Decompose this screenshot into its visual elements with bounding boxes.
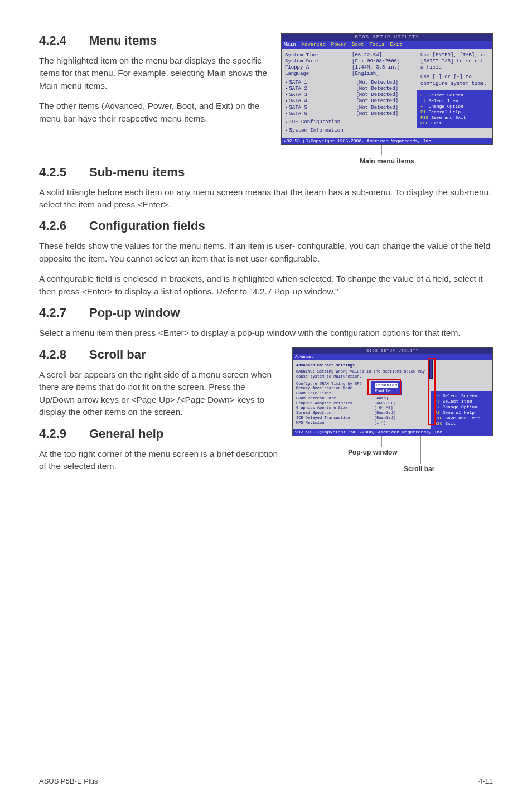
bios-status: v02.58 (C)Copyright 1985-2006, American …: [282, 138, 492, 144]
popup-option[interactable]: Disabled: [375, 383, 398, 388]
list-item[interactable]: DRAM Idle Timer[Auto]: [296, 391, 427, 396]
bios2-left-pane: Advanced Chipset settings WARNING: Setti…: [293, 360, 431, 429]
list-item[interactable]: Graphic Adapter Priority[AGP/PCI]: [296, 401, 427, 406]
menubar-item-exit[interactable]: Exit: [390, 42, 402, 48]
bios-popup-window: BIOS SETUP UTILITY Advanced Advanced Chi…: [292, 347, 493, 437]
p-424-1: The highlighted item on the menu bar dis…: [39, 55, 271, 92]
sec-num: 4.2.4: [39, 33, 89, 48]
caption-popup: Pop-up window: [348, 448, 398, 456]
nav-help: ←→ Select Screen ↑↓ Select Item +- Chang…: [431, 391, 492, 429]
help-text-1: Use [ENTER], [TAB], or [SHIFT-TAB] to se…: [420, 52, 489, 71]
bios-warning: WARNING: Setting wrong values in the sec…: [296, 369, 427, 379]
footer-right: 4-11: [478, 777, 493, 785]
bios-left-pane: System Time[06:22:54] System Date[Fri 09…: [282, 49, 417, 138]
heading-424: 4.2.4Menu items: [39, 33, 271, 48]
p-429-1: At the top right corner of the menu scre…: [39, 448, 282, 473]
p-426-1: These fields show the values for the men…: [39, 240, 493, 265]
footer-left: ASUS P5B-E Plus: [39, 777, 98, 785]
heading-427: 4.2.7Pop-up window: [39, 306, 493, 320]
bios-main-window: BIOS SETUP UTILITY Main Advanced Power B…: [281, 33, 493, 145]
menubar-item-advanced[interactable]: Advanced: [302, 42, 326, 48]
list-item[interactable]: SATA 6[Not Detected]: [285, 111, 413, 117]
list-item[interactable]: MPS Revision[1.4]: [296, 421, 427, 426]
list-item[interactable]: DRAm Refresh Rate[Auto]: [296, 396, 427, 401]
bios2-titlebar: BIOS SETUP UTILITY: [293, 348, 492, 354]
heading-428: 4.2.8Scroll bar: [39, 347, 282, 362]
list-item[interactable]: Floppy A[1.44M, 3.5 in.]: [285, 65, 413, 71]
p-426-2: A configurable field is enclosed in brac…: [39, 273, 493, 298]
system-info-item[interactable]: System Information: [285, 128, 413, 134]
bios-menubar[interactable]: Main Advanced Power Boot Tools Exit: [282, 41, 492, 49]
list-item[interactable]: Graphics Aperture Size[ 64 MB]: [296, 405, 427, 410]
p-427-1: Select a menu item then press <Enter> to…: [39, 327, 493, 339]
nav-help: ←→ Select Screen ↑↓ Select Item +- Chang…: [417, 90, 492, 128]
p-425-1: A solid triangle before each item on any…: [39, 186, 493, 211]
bios-right-pane: Use [ENTER], [TAB], or [SHIFT-TAB] to se…: [417, 49, 492, 138]
list-item[interactable]: SATA 5[Not Detected]: [285, 105, 413, 111]
help-text-2: Use [+] or [-] to configure system time.: [420, 74, 489, 87]
list-item[interactable]: ICH Delayed Transaction[Enabled]: [296, 416, 427, 421]
p-428-1: A scroll bar appears on the right side o…: [39, 369, 282, 419]
list-item[interactable]: System Time[06:22:54]: [285, 52, 413, 59]
p-424-2: The other items (Advanced, Power, Boot, …: [39, 100, 271, 125]
bios2-status: v02.58 (C)Copyright 1985-2006, American …: [293, 429, 492, 436]
heading-425: 4.2.5Sub-menu items: [39, 165, 493, 180]
list-item[interactable]: Spread Spectrum[Enabled]: [296, 410, 427, 416]
page-footer: ASUS P5B-E Plus 4-11: [39, 774, 493, 785]
list-item[interactable]: Memory Acceleration Mode[Auto]: [296, 386, 427, 391]
ide-config-item[interactable]: IDE Configuration: [285, 119, 413, 125]
list-item[interactable]: SATA 4[Not Detected]: [285, 98, 413, 104]
heading-429: 4.2.9General help: [39, 427, 282, 441]
sec-title: Menu items: [89, 33, 157, 47]
list-item[interactable]: SATA 1[Not Detected]: [285, 80, 413, 86]
bios2-right-pane: ←→ Select Screen ↑↓ Select Item +- Chang…: [431, 360, 492, 429]
list-item[interactable]: SATA 2[Not Detected]: [285, 86, 413, 92]
list-item[interactable]: Language[English]: [285, 71, 413, 77]
bios2-menubar[interactable]: Advanced: [293, 354, 492, 360]
menubar-item-main[interactable]: Main: [284, 42, 296, 48]
list-item[interactable]: Configure DRAM Timing by SPD[Enabled]: [296, 381, 427, 386]
scroll-bar[interactable]: [429, 360, 433, 379]
menubar-item-power[interactable]: Power: [331, 42, 346, 48]
bios1-caption: Main menu items: [281, 157, 493, 165]
menubar-item-tools[interactable]: Tools: [369, 42, 384, 48]
caption-scroll: Scroll bar: [404, 465, 434, 473]
popup-option[interactable]: Enabled: [375, 388, 398, 394]
list-item[interactable]: System Date[Fri 09/08/2006]: [285, 59, 413, 65]
menubar-item-advanced[interactable]: Advanced: [295, 355, 314, 360]
leader-line: [281, 145, 493, 158]
list-item[interactable]: SATA 3[Not Detected]: [285, 92, 413, 98]
menubar-item-boot[interactable]: Boot: [352, 42, 364, 48]
bios-titlebar: BIOS SETUP UTILITY: [282, 34, 492, 41]
options-popup[interactable]: Disabled Enabled: [371, 381, 402, 395]
chipset-heading: Advanced Chipset settings: [296, 363, 427, 368]
heading-426: 4.2.6Configuration fields: [39, 219, 493, 233]
